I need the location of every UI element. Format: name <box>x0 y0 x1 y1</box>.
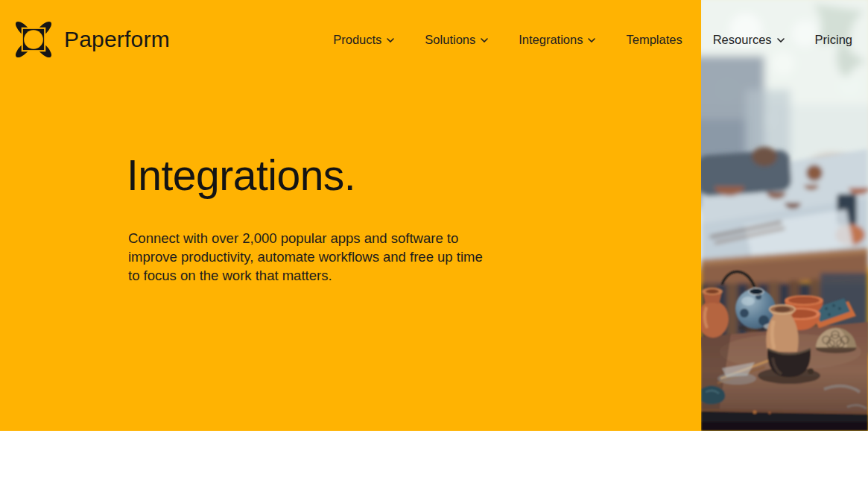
nav-item-label: Templates <box>626 33 682 47</box>
page: Paperform Products Solutions Integration <box>0 0 868 483</box>
footer-whitespace <box>0 431 868 483</box>
nav-item-label: Products <box>333 33 381 47</box>
brand-logo[interactable]: Paperform <box>16 20 170 59</box>
hero-description: Connect with over 2,000 popular apps and… <box>128 229 486 285</box>
chevron-down-icon <box>588 38 595 42</box>
nav-item-integrations[interactable]: Integrations <box>519 33 595 47</box>
nav-item-resources[interactable]: Resources <box>713 33 785 47</box>
page-title: Integrations. <box>127 154 529 198</box>
nav-item-templates[interactable]: Templates <box>626 33 682 47</box>
chevron-down-icon <box>387 38 394 42</box>
nav-item-label: Pricing <box>815 33 852 47</box>
nav-item-pricing[interactable]: Pricing <box>815 33 852 47</box>
main-nav: Products Solutions Integrations <box>333 33 852 47</box>
hero-copy: Integrations. Connect with over 2,000 po… <box>127 154 529 285</box>
hero-section: Paperform Products Solutions Integration <box>0 0 868 431</box>
nav-item-solutions[interactable]: Solutions <box>425 33 488 47</box>
site-header: Paperform Products Solutions Integration <box>0 0 868 79</box>
chevron-down-icon <box>481 38 488 42</box>
chevron-down-icon <box>777 38 785 42</box>
nav-item-label: Solutions <box>425 33 475 47</box>
brand-name: Paperform <box>64 27 170 52</box>
nav-item-label: Integrations <box>519 33 583 47</box>
paperform-logo-icon <box>16 20 51 59</box>
nav-item-label: Resources <box>713 33 772 47</box>
nav-item-products[interactable]: Products <box>333 33 394 47</box>
